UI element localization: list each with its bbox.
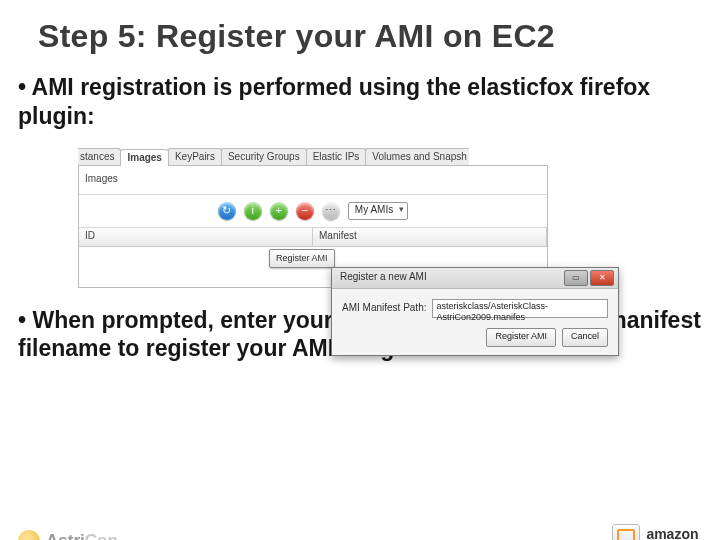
images-filter-combo[interactable]: My AMIs [348, 202, 408, 220]
col-manifest[interactable]: Manifest [313, 228, 547, 246]
register-ami-button[interactable]: Register AMI [486, 328, 556, 347]
add-icon[interactable]: + [270, 202, 288, 220]
column-headers: ID Manifest [79, 228, 547, 247]
register-ami-dialog: Register a new AMI ▭ ✕ AMI Manifest Path… [331, 267, 619, 356]
bullet-intro: • AMI registration is performed using th… [18, 73, 702, 131]
astricon-text-1: Astri [46, 531, 85, 540]
astricon-logo: AstriCon [18, 530, 118, 540]
manifest-path-label: AMI Manifest Path: [342, 302, 426, 315]
toolbar: ↻ i + − ⋯ My AMIs [79, 195, 547, 228]
dialog-title: Register a new AMI [340, 271, 427, 284]
aws-box-icon [612, 524, 640, 540]
images-panel: Images ↻ i + − ⋯ My AMIs ID Manifest Reg… [78, 166, 548, 288]
refresh-icon[interactable]: ↻ [218, 202, 236, 220]
astricon-text-2: Con [85, 531, 118, 540]
remove-icon[interactable]: − [296, 202, 314, 220]
info-icon[interactable]: i [244, 202, 262, 220]
tab-instances[interactable]: stances [78, 148, 121, 165]
col-id[interactable]: ID [79, 228, 313, 246]
elasticfox-screenshot: stances Images KeyPairs Security Groups … [78, 147, 548, 288]
window-minimize-icon[interactable]: ▭ [564, 270, 588, 286]
asterisk-star-icon [18, 530, 40, 540]
manifest-path-input[interactable]: asteriskclass/AsteriskClass-AstriCon2009… [432, 299, 608, 318]
more-icon[interactable]: ⋯ [322, 202, 340, 220]
tabstrip: stances Images KeyPairs Security Groups … [78, 147, 548, 166]
aws-logo: amazon webservices™ [612, 524, 702, 540]
tab-elastic-ips[interactable]: Elastic IPs [306, 148, 367, 165]
tab-images[interactable]: Images [120, 149, 168, 166]
aws-amazon-text: amazon [646, 527, 702, 540]
window-close-icon[interactable]: ✕ [590, 270, 614, 286]
tab-security-groups[interactable]: Security Groups [221, 148, 307, 165]
register-ami-tooltip: Register AMI [269, 249, 335, 268]
tab-volumes[interactable]: Volumes and Snapsh [365, 148, 469, 165]
cancel-button[interactable]: Cancel [562, 328, 608, 347]
images-list: Register AMI Register a new AMI ▭ ✕ AMI … [79, 247, 547, 287]
slide-title: Step 5: Register your AMI on EC2 [38, 18, 720, 55]
tab-keypairs[interactable]: KeyPairs [168, 148, 222, 165]
panel-label: Images [85, 173, 118, 186]
